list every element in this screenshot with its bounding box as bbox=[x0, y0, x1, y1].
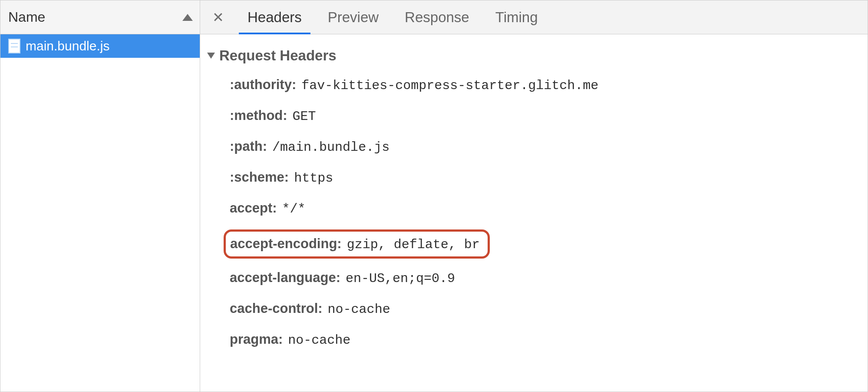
tab-response[interactable]: Response bbox=[392, 0, 482, 34]
header-row-accept-language: accept-language en-US,en;q=0.9 bbox=[230, 268, 859, 288]
header-value: no-cache bbox=[328, 300, 390, 319]
header-key: :method bbox=[230, 106, 293, 125]
requests-pane: Name main.bundle.js bbox=[0, 0, 200, 392]
detail-tab-bar: ✕ Headers Preview Response Timing bbox=[200, 0, 868, 34]
headers-detail-body: Request Headers :authority fav-kitties-c… bbox=[200, 34, 868, 392]
tab-timing-label: Timing bbox=[495, 9, 538, 26]
request-row-main-bundle[interactable]: main.bundle.js bbox=[0, 34, 200, 58]
tab-preview-label: Preview bbox=[328, 9, 379, 26]
header-key: accept-encoding bbox=[230, 234, 347, 253]
request-file-name: main.bundle.js bbox=[26, 39, 109, 53]
header-value: GET bbox=[293, 107, 316, 126]
sort-ascending-icon bbox=[182, 14, 193, 21]
close-icon[interactable]: ✕ bbox=[209, 10, 234, 24]
header-value: gzip, deflate, br bbox=[347, 236, 480, 254]
header-key: accept bbox=[230, 199, 282, 217]
detail-pane: ✕ Headers Preview Response Timing Reques… bbox=[200, 0, 868, 392]
tab-preview[interactable]: Preview bbox=[315, 0, 392, 34]
script-file-icon bbox=[8, 39, 20, 53]
tab-timing[interactable]: Timing bbox=[482, 0, 551, 34]
header-value: no-cache bbox=[288, 331, 350, 349]
header-key: accept-language bbox=[230, 268, 346, 287]
tab-headers-label: Headers bbox=[248, 9, 302, 26]
devtools-network-panel: Name main.bundle.js ✕ Headers Preview Re… bbox=[0, 0, 868, 392]
header-value: */* bbox=[282, 200, 306, 218]
request-headers-list: :authority fav-kitties-compress-starter.… bbox=[206, 75, 859, 349]
name-column-header[interactable]: Name bbox=[0, 0, 200, 34]
header-key: cache-control bbox=[230, 299, 328, 318]
header-key: :authority bbox=[230, 75, 301, 94]
request-headers-title: Request Headers bbox=[219, 47, 337, 64]
header-value: https bbox=[294, 169, 333, 187]
request-list: main.bundle.js bbox=[0, 34, 200, 392]
header-row-method: :method GET bbox=[230, 106, 859, 126]
name-column-label: Name bbox=[8, 9, 45, 25]
tab-headers[interactable]: Headers bbox=[234, 0, 315, 34]
chevron-down-icon bbox=[207, 53, 215, 59]
header-value: /main.bundle.js bbox=[272, 138, 389, 156]
header-key: :path bbox=[230, 137, 272, 156]
header-value: en-US,en;q=0.9 bbox=[346, 269, 455, 288]
header-row-scheme: :scheme https bbox=[230, 168, 859, 187]
header-row-pragma: pragma no-cache bbox=[230, 330, 859, 349]
request-headers-section-toggle[interactable]: Request Headers bbox=[206, 47, 859, 64]
header-row-accept: accept */* bbox=[230, 199, 859, 218]
header-value: fav-kitties-compress-starter.glitch.me bbox=[301, 76, 598, 95]
header-key: :scheme bbox=[230, 168, 294, 186]
tab-response-label: Response bbox=[405, 9, 469, 26]
header-key: pragma bbox=[230, 330, 288, 349]
header-row-accept-encoding-highlighted: accept-encoding gzip, deflate, br bbox=[224, 229, 490, 259]
header-row-cache-control: cache-control no-cache bbox=[230, 299, 859, 319]
header-row-authority: :authority fav-kitties-compress-starter.… bbox=[230, 75, 859, 95]
header-row-path: :path /main.bundle.js bbox=[230, 137, 859, 156]
